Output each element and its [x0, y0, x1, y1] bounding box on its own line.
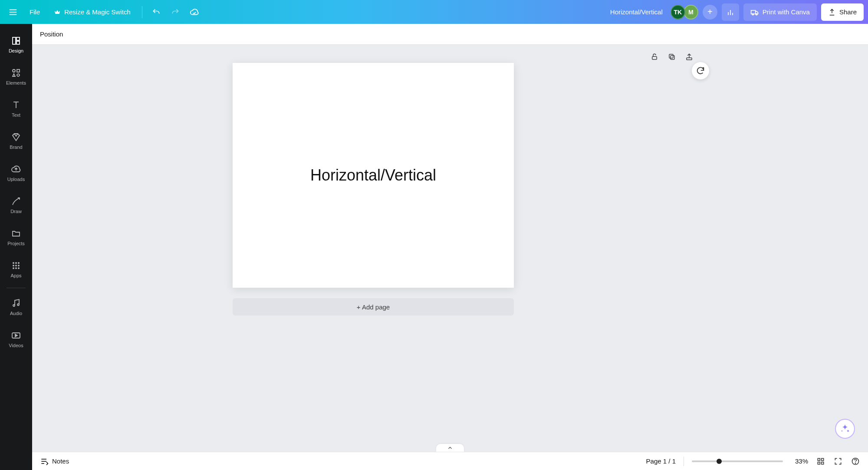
collaborator-avatar-2[interactable]: M [684, 5, 698, 20]
sub-toolbar: Position [32, 24, 868, 45]
collaborator-avatar-1[interactable]: TK [671, 5, 685, 20]
plus-icon: + [707, 7, 713, 17]
notes-button[interactable]: Notes [40, 457, 69, 466]
top-header-left: File Resize & Magic Switch [4, 3, 203, 21]
sidebar-item-audio[interactable]: Audio [0, 291, 32, 323]
notes-label: Notes [52, 457, 69, 465]
sidebar-item-label: Design [9, 48, 23, 53]
resize-magic-switch-button[interactable]: Resize & Magic Switch [48, 3, 137, 21]
page-text-content: Horizontal/Vertical [310, 166, 436, 184]
page-tools [650, 53, 694, 61]
sidebar-item-design[interactable]: Design [0, 28, 32, 60]
zoom-level-button[interactable]: 33% [791, 457, 808, 465]
elements-icon [10, 67, 22, 79]
avatar-initials: TK [674, 9, 682, 16]
sidebar-item-uploads[interactable]: Uploads [0, 157, 32, 189]
svg-rect-28 [669, 54, 673, 58]
export-icon [685, 53, 693, 61]
apps-icon [10, 260, 22, 271]
sidebar-item-apps[interactable]: Apps [0, 253, 32, 285]
add-page-button[interactable]: + Add page [233, 298, 514, 316]
add-collaborator-button[interactable]: + [703, 5, 717, 20]
regenerate-button[interactable] [692, 62, 709, 79]
projects-icon [10, 228, 22, 239]
refresh-sparkle-icon [696, 66, 705, 76]
fullscreen-button[interactable] [833, 457, 843, 466]
page-tray-toggle[interactable] [436, 444, 464, 452]
hamburger-icon [8, 7, 18, 17]
sidebar-item-draw[interactable]: Draw [0, 189, 32, 221]
add-page-label: + Add page [357, 303, 390, 311]
position-button[interactable]: Position [40, 28, 63, 40]
zoom-slider-knob[interactable] [717, 459, 722, 464]
zoom-slider[interactable] [692, 460, 783, 462]
cloud-sync-button[interactable] [186, 3, 203, 21]
insights-button[interactable] [722, 3, 739, 21]
bar-chart-icon [726, 8, 735, 16]
help-icon [851, 457, 860, 466]
sparkle-icon [840, 424, 850, 434]
cloud-check-icon [190, 7, 199, 17]
duplicate-icon [668, 53, 676, 61]
unlock-icon [651, 53, 658, 61]
svg-rect-29 [687, 58, 692, 60]
sidebar-item-elements[interactable]: Elements [0, 60, 32, 92]
undo-button[interactable] [148, 3, 165, 21]
upload-icon [828, 8, 836, 16]
undo-icon [152, 8, 161, 16]
resize-label: Resize & Magic Switch [64, 8, 131, 16]
work-column: Position [32, 24, 868, 470]
sidebar-item-brand[interactable]: Brand [0, 125, 32, 157]
sidebar-item-label: Brand [10, 145, 22, 150]
brand-icon [10, 131, 22, 143]
top-header: File Resize & Magic Switch Horizontal/Ve… [0, 0, 868, 24]
svg-rect-33 [818, 462, 820, 464]
sidebar-item-text[interactable]: Text [0, 92, 32, 125]
grid-view-button[interactable] [816, 457, 825, 466]
svg-point-14 [13, 262, 14, 264]
file-menu-button[interactable]: File [23, 3, 46, 21]
svg-rect-26 [652, 56, 657, 59]
sidebar-item-projects[interactable]: Projects [0, 221, 32, 253]
svg-point-17 [13, 265, 14, 266]
document-title[interactable]: Horizontal/Vertical [610, 8, 663, 16]
top-header-right: TK M + Print with Canva Share [671, 3, 864, 21]
svg-rect-34 [822, 462, 824, 464]
audio-icon [10, 298, 22, 309]
svg-point-21 [15, 267, 17, 269]
share-label: Share [839, 8, 857, 16]
top-header-center: Horizontal/Vertical [203, 8, 671, 16]
redo-button[interactable] [167, 3, 184, 21]
print-label: Print with Canva [763, 8, 810, 16]
sidebar-item-label: Elements [6, 80, 26, 85]
help-button[interactable] [851, 457, 860, 466]
svg-point-16 [18, 262, 20, 264]
share-button[interactable]: Share [821, 3, 864, 21]
print-with-canva-button[interactable]: Print with Canva [743, 3, 817, 21]
main-row: Design Elements Text Brand Uploads [0, 24, 868, 470]
avatar-initials: M [688, 9, 694, 16]
uploads-icon [10, 164, 22, 175]
sidebar-item-videos[interactable]: Videos [0, 323, 32, 355]
divider [684, 457, 684, 466]
position-label: Position [40, 30, 63, 38]
bottom-bar: Notes Page 1 / 1 33% [32, 452, 868, 470]
grid-icon [816, 457, 825, 466]
ai-assistant-button[interactable] [835, 419, 855, 439]
sidebar-item-label: Uploads [7, 177, 25, 182]
redo-icon [171, 8, 180, 16]
page-canvas[interactable]: Horizontal/Vertical [233, 63, 514, 288]
svg-rect-32 [822, 458, 824, 460]
svg-rect-31 [818, 458, 820, 460]
main-menu-button[interactable] [4, 3, 22, 21]
svg-point-19 [18, 265, 20, 266]
export-page-button[interactable] [685, 53, 694, 61]
svg-rect-13 [17, 69, 20, 72]
page-indicator[interactable]: Page 1 / 1 [646, 457, 676, 465]
file-menu-label: File [30, 8, 40, 16]
svg-point-20 [13, 267, 14, 269]
duplicate-page-button[interactable] [667, 53, 676, 61]
lock-page-button[interactable] [650, 53, 659, 61]
svg-point-22 [18, 267, 20, 269]
divider [142, 6, 142, 18]
